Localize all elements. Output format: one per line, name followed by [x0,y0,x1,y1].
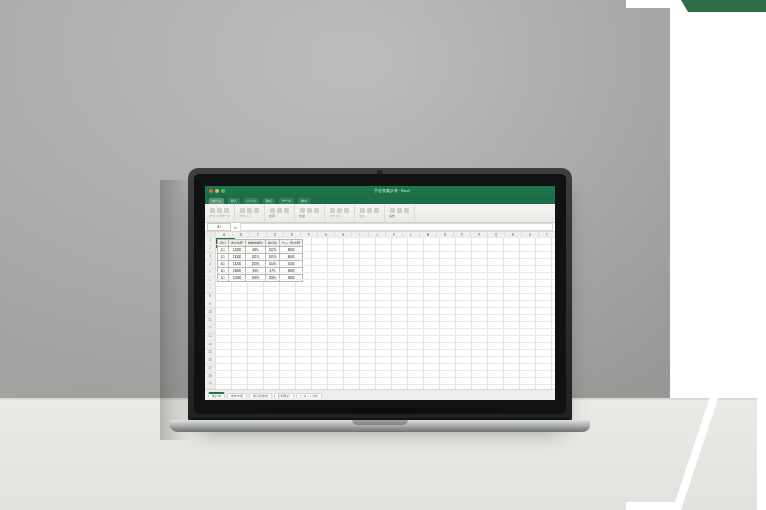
window-titlebar: 予定表集計表 · Excel [205,186,555,196]
row-header: 7 [205,285,215,293]
ribbon: クリップボードフォント配置数値スタイルセル編集 [205,204,555,223]
row-header: 16 [205,357,215,365]
table-header-cell: 前年同期比 [246,240,266,247]
screen-bezel: 予定表集計表 · Excel ホーム挿入ページ数式データ表示 クリップボードフォ… [194,174,566,414]
table-row: 4月1380099%97%8900 [218,268,303,275]
svg-rect-2 [757,12,766,510]
row-header: 18 [205,373,215,381]
ribbon-tabs: ホーム挿入ページ数式データ表示 [205,196,555,204]
sheet-tab: 前年同期 [227,393,247,398]
table-cell: 4月 [218,268,229,275]
table-cell: 5月 [218,275,229,282]
row-header: 9 [205,301,215,309]
sheet-tab: ピボット分析 [296,393,322,398]
table-header-cell: 日付 [218,240,229,247]
table-cell: 8000 [280,247,303,254]
row-header: 19 [205,381,215,389]
excel-screen: 予定表集計表 · Excel ホーム挿入ページ数式データ表示 クリップボードフォ… [205,186,555,400]
table-row: 3月14200103%104%9100 [218,261,303,268]
table-cell: 13500 [229,254,246,261]
laptop-mockup: 予定表集計表 · Excel ホーム挿入ページ数式データ表示 クリップボードフォ… [170,168,590,460]
row-header: 1 [205,237,215,245]
table-cell: 9100 [280,261,303,268]
row-headers: 123456789101112131415161718192021222324 [205,237,216,390]
table-cell: 98% [246,247,266,254]
table-header-cell: 合計金額 [229,240,246,247]
sheet-tab: 集計表 [208,392,225,398]
ribbon-group: 編集 [385,204,415,222]
table-cell: 14200 [229,261,246,268]
cell-grid: 123456789101112131415161718192021222324 … [205,237,555,390]
table-cell: 101% [246,254,266,261]
svg-marker-1 [681,0,766,12]
ribbon-group: クリップボード [205,204,235,222]
table-cell: 99% [246,268,266,275]
row-header: 12 [205,325,215,333]
row-header: 5 [205,269,215,277]
ribbon-group: スタイル [325,204,355,222]
data-table: 日付合計金額前年同期比前月比ウェブ販売額1月1200098%102%80002月… [217,239,303,282]
laptop-lid: 予定表集計表 · Excel ホーム挿入ページ数式データ表示 クリップボードフォ… [188,168,572,422]
row-header: 11 [205,317,215,325]
traffic-lights [209,189,225,193]
table-header-cell: 前月比 [266,240,280,247]
table-cell: 2月 [218,254,229,261]
table-cell: 104% [266,261,280,268]
sheet-tab: 前月比較表 [249,393,272,398]
row-header: 6 [205,277,215,285]
arrow-frame-overlay [626,0,766,510]
table-cell: 8600 [280,254,303,261]
table-cell: 9800 [280,275,303,282]
fx-icon: fx [234,225,237,230]
table-cell: 103% [246,261,266,268]
table-cell: 12000 [229,247,246,254]
row-header: 4 [205,261,215,269]
table-row: 2月13500101%105%8600 [218,254,303,261]
table-cell: 15000 [229,275,246,282]
product-photo-scene: 予定表集計表 · Excel ホーム挿入ページ数式データ表示 クリップボードフォ… [0,0,766,510]
ribbon-group: 配置 [265,204,295,222]
name-box: A1 [207,223,231,231]
row-header: 2 [205,245,215,253]
ribbon-group: フォント [235,204,265,222]
sheet-tab: 詳細集計 [274,393,294,398]
ribbon-group: セル [355,204,385,222]
table-cell: 1月 [218,247,229,254]
formula-bar [240,223,553,231]
table-row: 5月15000106%108%9800 [218,275,303,282]
svg-marker-0 [626,0,766,510]
row-header: 13 [205,333,215,341]
row-header: 3 [205,253,215,261]
formula-bar-row: A1 fx [205,223,555,232]
table-row: 1月1200098%102%8000 [218,247,303,254]
window-title: 予定表集計表 · Excel [229,189,555,193]
row-header: 8 [205,293,215,301]
sheet-tab-bar: 集計表前年同期前月比較表詳細集計ピボット分析 [205,389,555,400]
table-cell: 97% [266,268,280,275]
row-header: 17 [205,365,215,373]
ribbon-group: 数値 [295,204,325,222]
table-cell: 108% [266,275,280,282]
laptop-base [170,420,590,432]
row-header: 10 [205,309,215,317]
table-header-cell: ウェブ販売額 [280,240,303,247]
table-cell: 13800 [229,268,246,275]
table-cell: 102% [266,247,280,254]
table-cell: 106% [246,275,266,282]
table-cell: 105% [266,254,280,261]
table-cell: 8900 [280,268,303,275]
table-cell: 3月 [218,261,229,268]
row-header: 14 [205,341,215,349]
row-header: 15 [205,349,215,357]
